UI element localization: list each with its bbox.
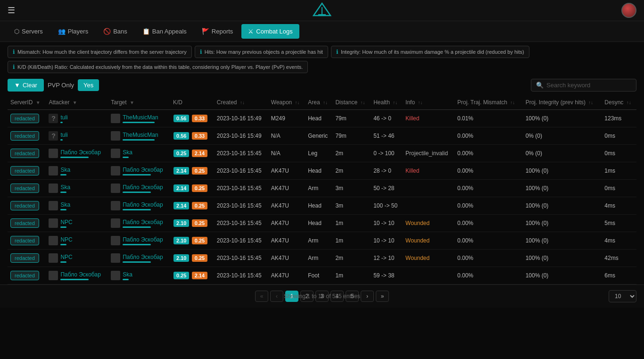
tab-servers[interactable]: ⬡ Servers: [8, 24, 50, 39]
col-info: Info ↑↓: [403, 95, 454, 110]
target-name[interactable]: Пабло Эскобар: [123, 201, 163, 208]
server-badge[interactable]: redacted: [10, 131, 39, 141]
search-icon: 🔍: [536, 82, 544, 89]
server-badge[interactable]: redacted: [10, 271, 39, 280]
attacker-name[interactable]: tuli: [60, 132, 67, 138]
target-name[interactable]: TheMusicMan: [123, 114, 158, 121]
tab-players-label: Players: [68, 28, 88, 35]
attacker-name[interactable]: Ska: [60, 201, 70, 208]
page-next-button[interactable]: ›: [361, 291, 374, 302]
target-progress: [123, 226, 163, 228]
cell-created: 2023-10-16 15:49: [214, 110, 268, 127]
pvp-yes-button[interactable]: Yes: [78, 79, 99, 91]
table-row: redacted ? tuli TheMusicMan: [8, 110, 636, 127]
target-info: Пабло Эскобар: [123, 184, 163, 193]
target-bar: [123, 209, 151, 210]
table-row: redacted Ska Пабло Эскобар: [8, 180, 636, 197]
cell-created: 2023-10-16 15:49: [214, 127, 268, 145]
attacker-avatar: [49, 149, 58, 158]
cell-target: Пабло Эскобар: [108, 232, 170, 250]
tab-ban-appeals[interactable]: 📋 Ban Appeals: [136, 24, 193, 39]
server-badge[interactable]: redacted: [10, 166, 39, 175]
clear-label: Clear: [23, 82, 37, 89]
page-prev-button[interactable]: ‹: [270, 291, 283, 302]
server-badge[interactable]: redacted: [10, 184, 39, 193]
attacker-bar: [60, 157, 89, 158]
attacker-name[interactable]: Пабло Эскобар: [60, 149, 100, 156]
cell-kd: 2.10 0.25: [170, 232, 214, 250]
search-box[interactable]: 🔍: [531, 79, 636, 92]
cell-weapon: AK47U: [268, 197, 305, 215]
server-badge[interactable]: redacted: [10, 201, 39, 210]
attacker-name[interactable]: NPC: [60, 254, 72, 260]
tab-players[interactable]: 👥 Players: [51, 24, 95, 39]
table-row: redacted NPC Пабло Эскобар: [8, 215, 636, 232]
hamburger-menu[interactable]: ☰: [8, 5, 15, 16]
info-icon-integrity: ℹ: [336, 49, 339, 55]
tab-reports[interactable]: 🚩 Reports: [195, 24, 240, 39]
cell-weapon: AK47U: [268, 250, 305, 267]
info-banners: ℹ Mismatch: How much the client trajecto…: [0, 42, 644, 75]
tab-reports-label: Reports: [212, 28, 233, 35]
cell-serverid: redacted: [8, 250, 46, 267]
server-badge[interactable]: redacted: [10, 114, 39, 123]
target-name[interactable]: Ska: [123, 149, 132, 156]
attacker-name[interactable]: NPC: [60, 236, 72, 243]
cell-proj-integrity: 0% (0): [523, 145, 602, 162]
cell-kd: 2.10 0.25: [170, 250, 214, 267]
target-cell: Пабло Эскобар: [111, 253, 167, 263]
server-badge[interactable]: redacted: [10, 236, 39, 245]
cell-proj-integrity: 0% (0): [523, 127, 602, 145]
attacker-name[interactable]: Ska: [60, 184, 70, 191]
target-name[interactable]: Пабло Эскобар: [123, 254, 163, 260]
clear-button[interactable]: ▼ Clear: [8, 79, 44, 92]
kd-target-badge: 2.14: [192, 150, 207, 157]
tab-combat-logs[interactable]: ⚔ Combat Logs: [241, 24, 299, 39]
page-first-button[interactable]: «: [255, 291, 268, 302]
attacker-name[interactable]: Пабло Эскобар: [60, 271, 100, 278]
cell-desync: 0ms: [602, 180, 636, 197]
target-name[interactable]: Ska: [123, 271, 132, 278]
target-name[interactable]: Пабло Эскобар: [123, 236, 163, 243]
attacker-name[interactable]: Ska: [60, 167, 70, 173]
attacker-name[interactable]: NPC: [60, 219, 72, 225]
cell-info: Wounded: [403, 250, 454, 267]
target-name[interactable]: TheMusicMan: [123, 132, 158, 138]
cell-created: 2023-10-16 15:45: [214, 215, 268, 232]
target-cell: Пабло Эскобар: [111, 236, 167, 245]
tab-bar: ⬡ Servers 👥 Players 🚫 Bans 📋 Ban Appeals…: [0, 21, 644, 42]
server-badge[interactable]: redacted: [10, 149, 39, 158]
target-name[interactable]: Пабло Эскобар: [123, 167, 163, 173]
tab-bans[interactable]: 🚫 Bans: [97, 24, 134, 39]
cell-area: Leg: [305, 145, 332, 162]
server-badge[interactable]: redacted: [10, 218, 39, 228]
attacker-bar: [60, 244, 66, 245]
cell-proj-integrity: 100% (0): [523, 267, 602, 284]
attacker-cell: Пабло Эскобар: [49, 271, 105, 280]
cell-health: 12 -> 10: [371, 250, 403, 267]
cell-serverid: redacted: [8, 232, 46, 250]
cell-weapon: AK47U: [268, 267, 305, 284]
attacker-name[interactable]: tuli: [60, 114, 67, 121]
cell-desync: 6ms: [602, 267, 636, 284]
server-badge[interactable]: redacted: [10, 253, 39, 263]
cell-desync: 42ms: [602, 250, 636, 267]
attacker-info: Ska: [60, 201, 70, 210]
cell-desync: 5ms: [602, 215, 636, 232]
attacker-info: NPC: [60, 254, 72, 263]
search-input[interactable]: [546, 82, 631, 89]
info-badge-hits: ℹ Hits: How many previous objects a proj…: [195, 46, 328, 58]
reports-icon: 🚩: [202, 28, 209, 35]
target-name[interactable]: Пабло Эскобар: [123, 184, 163, 191]
user-avatar[interactable]: [621, 3, 636, 18]
cell-health: 59 -> 38: [371, 267, 403, 284]
info-status: Killed: [405, 167, 419, 174]
per-page-select[interactable]: 10 25 50 100: [609, 290, 636, 302]
page-last-button[interactable]: »: [376, 291, 389, 302]
cell-weapon: AK47U: [268, 215, 305, 232]
target-avatar: [111, 114, 120, 123]
target-name[interactable]: Пабло Эскобар: [123, 219, 163, 225]
cell-attacker: ? tuli: [46, 110, 108, 127]
target-bar: [123, 157, 128, 158]
cell-created: 2023-10-16 15:45: [214, 232, 268, 250]
